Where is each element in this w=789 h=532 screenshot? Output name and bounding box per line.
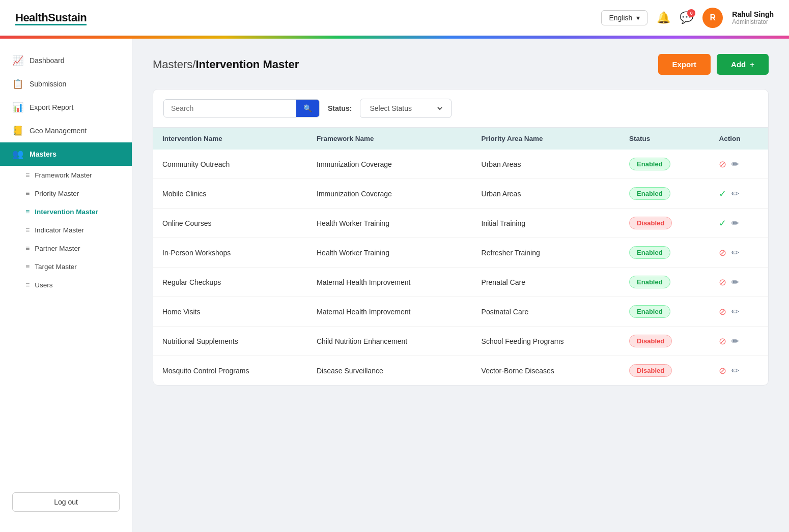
disable-icon[interactable]: ⊘ bbox=[719, 336, 726, 347]
sidebar-item-geo-management[interactable]: 📒 Geo Management bbox=[0, 119, 132, 142]
sidebar-sub-item-framework-master[interactable]: ≡ Framework Master bbox=[10, 166, 132, 184]
export-button[interactable]: Export bbox=[658, 54, 711, 75]
bell-icon: 🔔 bbox=[657, 11, 670, 24]
intervention-name-cell: Regular Checkups bbox=[153, 268, 307, 297]
framework-name-cell: Child Nutrition Enhancement bbox=[307, 327, 472, 356]
action-cell: ⊘ ✏ bbox=[710, 327, 768, 356]
col-action: Action bbox=[710, 128, 768, 150]
breadcrumb-current: Intervention Master bbox=[195, 58, 299, 71]
avatar[interactable]: R bbox=[702, 8, 723, 28]
table-row: Online Courses Health Worker Training In… bbox=[153, 209, 768, 238]
edit-icon[interactable]: ✏ bbox=[731, 218, 739, 229]
edit-icon[interactable]: ✏ bbox=[731, 277, 739, 288]
status-cell: Enabled bbox=[620, 268, 710, 297]
sidebar-item-dashboard[interactable]: 📈 Dashboard bbox=[0, 49, 132, 72]
sidebar-sub-item-intervention-master[interactable]: ≡ Intervention Master bbox=[10, 202, 132, 221]
sidebar-item-masters[interactable]: 👥 Masters bbox=[0, 142, 132, 166]
sidebar-item-label: Submission bbox=[30, 80, 66, 88]
breadcrumb: Masters/Intervention Master bbox=[153, 58, 299, 71]
sidebar-sub-item-priority-master[interactable]: ≡ Priority Master bbox=[10, 184, 132, 202]
disable-icon[interactable]: ⊘ bbox=[719, 365, 726, 376]
masters-icon: 👥 bbox=[12, 149, 23, 160]
edit-icon[interactable]: ✏ bbox=[731, 159, 739, 170]
notification-button[interactable]: 🔔 bbox=[657, 11, 670, 24]
disable-icon[interactable]: ⊘ bbox=[719, 306, 726, 317]
list-icon: ≡ bbox=[25, 189, 30, 197]
sidebar-item-submission[interactable]: 📋 Submission bbox=[0, 72, 132, 96]
sub-item-label: Users bbox=[35, 281, 52, 289]
status-badge: Enabled bbox=[629, 187, 670, 200]
search-button[interactable]: 🔍 bbox=[296, 100, 319, 117]
search-input[interactable] bbox=[164, 100, 296, 117]
sidebar-sub-item-partner-master[interactable]: ≡ Partner Master bbox=[10, 239, 132, 257]
add-button[interactable]: Add + bbox=[717, 54, 769, 75]
table-row: Mobile Clinics Immunization Coverage Urb… bbox=[153, 179, 768, 209]
col-priority-area-name: Priority Area Name bbox=[472, 128, 620, 150]
col-status: Status bbox=[620, 128, 710, 150]
framework-name-cell: Health Worker Training bbox=[307, 209, 472, 238]
framework-name-cell: Disease Surveillance bbox=[307, 356, 472, 386]
language-selector[interactable]: English ▾ bbox=[601, 10, 647, 25]
logout-button[interactable]: Log out bbox=[12, 492, 120, 512]
disable-icon[interactable]: ⊘ bbox=[719, 277, 726, 288]
submission-icon: 📋 bbox=[12, 78, 23, 90]
status-badge: Enabled bbox=[629, 305, 670, 318]
col-framework-name: Framework Name bbox=[307, 128, 472, 150]
sub-item-label: Target Master bbox=[35, 263, 77, 271]
priority-area-cell: Urban Areas bbox=[472, 150, 620, 179]
table-row: Community Outreach Immunization Coverage… bbox=[153, 150, 768, 179]
framework-name-cell: Maternal Health Improvement bbox=[307, 268, 472, 297]
action-icons: ⊘ ✏ bbox=[719, 277, 759, 288]
intervention-name-cell: Home Visits bbox=[153, 297, 307, 327]
col-intervention-name: Intervention Name bbox=[153, 128, 307, 150]
edit-icon[interactable]: ✏ bbox=[731, 306, 739, 317]
sidebar-sub-item-users[interactable]: ≡ Users bbox=[10, 276, 132, 294]
table-card: 🔍 Status: Select StatusEnabledDisabled I… bbox=[153, 89, 769, 386]
priority-area-cell: Initial Training bbox=[472, 209, 620, 238]
user-name: Rahul Singh bbox=[732, 10, 774, 18]
sidebar-item-export-report[interactable]: 📊 Export Report bbox=[0, 96, 132, 119]
status-cell: Enabled bbox=[620, 297, 710, 327]
edit-icon[interactable]: ✏ bbox=[731, 336, 739, 347]
chevron-down-icon: ▾ bbox=[636, 14, 640, 22]
status-badge: Disabled bbox=[629, 217, 672, 229]
priority-area-cell: Prenatal Care bbox=[472, 268, 620, 297]
intervention-name-cell: In-Person Workshops bbox=[153, 238, 307, 268]
edit-icon[interactable]: ✏ bbox=[731, 247, 739, 258]
edit-icon[interactable]: ✏ bbox=[731, 365, 739, 376]
priority-area-cell: Postnatal Care bbox=[472, 297, 620, 327]
sidebar-item-label: Dashboard bbox=[30, 56, 65, 65]
status-badge: Enabled bbox=[629, 276, 670, 288]
edit-icon[interactable]: ✏ bbox=[731, 188, 739, 199]
sub-item-label: Priority Master bbox=[35, 190, 79, 197]
user-role: Administrator bbox=[732, 18, 774, 25]
disable-icon[interactable]: ⊘ bbox=[719, 159, 726, 170]
table-row: In-Person Workshops Health Worker Traini… bbox=[153, 238, 768, 268]
add-label: Add bbox=[731, 60, 746, 69]
status-select[interactable]: Select StatusEnabledDisabled bbox=[360, 99, 452, 118]
enable-icon[interactable]: ✓ bbox=[719, 218, 726, 229]
layout: 📈 Dashboard 📋 Submission 📊 Export Report… bbox=[0, 39, 789, 532]
framework-name-cell: Immunization Coverage bbox=[307, 179, 472, 209]
main-content: Masters/Intervention Master Export Add +… bbox=[132, 39, 789, 532]
logo: HealthSustain bbox=[15, 11, 87, 24]
export-report-icon: 📊 bbox=[12, 102, 23, 113]
sidebar-sub-item-target-master[interactable]: ≡ Target Master bbox=[10, 257, 132, 276]
intervention-name-cell: Nutritional Supplements bbox=[153, 327, 307, 356]
action-icons: ⊘ ✏ bbox=[719, 336, 759, 347]
action-icons: ⊘ ✏ bbox=[719, 247, 759, 258]
chat-button[interactable]: 💬 0 bbox=[680, 11, 693, 24]
header-actions: Export Add + bbox=[658, 54, 769, 75]
status-cell: Disabled bbox=[620, 327, 710, 356]
action-cell: ✓ ✏ bbox=[710, 179, 768, 209]
language-label: English bbox=[609, 14, 632, 22]
sidebar-sub-item-indicator-master[interactable]: ≡ Indicator Master bbox=[10, 221, 132, 239]
disable-icon[interactable]: ⊘ bbox=[719, 247, 726, 258]
header-right: English ▾ 🔔 💬 0 R Rahul Singh Administra… bbox=[601, 8, 774, 28]
status-dropdown[interactable]: Select StatusEnabledDisabled bbox=[368, 104, 444, 113]
enable-icon[interactable]: ✓ bbox=[719, 188, 726, 199]
status-badge: Enabled bbox=[629, 158, 670, 170]
action-icons: ✓ ✏ bbox=[719, 218, 759, 229]
table-toolbar: 🔍 Status: Select StatusEnabledDisabled bbox=[153, 90, 768, 128]
table-header-row: Intervention Name Framework Name Priorit… bbox=[153, 128, 768, 150]
